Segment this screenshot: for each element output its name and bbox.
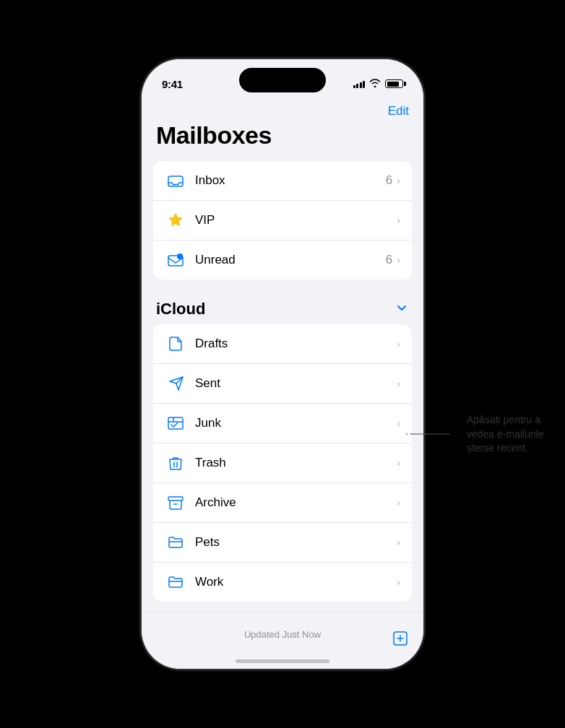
unread-label: Unread bbox=[195, 253, 386, 267]
vip-icon bbox=[165, 209, 186, 231]
status-time: 9:41 bbox=[162, 78, 183, 90]
icloud-collapse-icon[interactable] bbox=[394, 300, 409, 318]
signal-bar-1 bbox=[353, 85, 355, 88]
dynamic-island bbox=[239, 68, 326, 92]
pets-label: Pets bbox=[195, 535, 397, 550]
trash-annotation-container: Apăsați pentru a vedea e-mailurile șters… bbox=[406, 413, 565, 456]
signal-bar-4 bbox=[363, 81, 365, 88]
icloud-title: iCloud bbox=[156, 300, 205, 318]
svg-point-13 bbox=[407, 433, 411, 435]
signal-bars-icon bbox=[353, 79, 366, 88]
archive-label: Archive bbox=[195, 495, 397, 510]
smart-mailboxes-section: Inbox 6 › VIP › bbox=[153, 161, 412, 280]
edit-button[interactable]: Edit bbox=[388, 104, 409, 118]
unread-icon bbox=[165, 249, 186, 271]
sent-item[interactable]: Sent › bbox=[153, 364, 412, 404]
trash-annotation-text: Apăsați pentru a vedea e-mailurile șters… bbox=[467, 413, 565, 456]
sent-label: Sent bbox=[195, 376, 397, 391]
home-indicator bbox=[236, 659, 329, 663]
phone-wrapper: 9:41 bbox=[142, 59, 423, 669]
junk-label: Junk bbox=[195, 416, 397, 430]
pets-folder-icon bbox=[165, 532, 186, 553]
trash-item[interactable]: Trash › bbox=[153, 443, 412, 483]
icloud-section-header[interactable]: iCloud bbox=[142, 294, 423, 324]
work-chevron-icon: › bbox=[397, 576, 400, 588]
sent-icon bbox=[165, 373, 186, 394]
compose-button[interactable] bbox=[392, 630, 409, 651]
work-label: Work bbox=[195, 575, 397, 589]
trash-icon bbox=[165, 452, 186, 474]
header: Edit bbox=[142, 98, 423, 121]
vip-item[interactable]: VIP › bbox=[153, 201, 412, 240]
phone-frame: 9:41 bbox=[142, 59, 423, 669]
archive-icon bbox=[165, 492, 186, 514]
page-title: Mailboxes bbox=[142, 121, 423, 161]
battery-fill bbox=[387, 82, 399, 87]
signal-bar-3 bbox=[360, 82, 362, 88]
work-item[interactable]: Work › bbox=[153, 563, 412, 602]
svg-rect-3 bbox=[168, 417, 183, 429]
archive-chevron-icon: › bbox=[397, 497, 400, 508]
battery-icon bbox=[385, 79, 403, 88]
annotation-line-svg bbox=[406, 433, 464, 435]
work-folder-icon bbox=[165, 571, 186, 593]
updated-text: Updated Just Now bbox=[142, 629, 423, 640]
inbox-badge: 6 bbox=[386, 173, 392, 188]
drafts-item[interactable]: Drafts › bbox=[153, 324, 412, 364]
content-area: Edit Mailboxes Inbox 6 › bbox=[142, 98, 423, 644]
inbox-label: Inbox bbox=[195, 173, 386, 188]
wifi-icon bbox=[369, 78, 381, 90]
archive-item[interactable]: Archive › bbox=[153, 483, 412, 523]
pets-item[interactable]: Pets › bbox=[153, 523, 412, 563]
drafts-icon bbox=[165, 333, 186, 355]
inbox-chevron-icon: › bbox=[397, 175, 400, 186]
sent-chevron-icon: › bbox=[397, 378, 400, 389]
trash-label: Trash bbox=[195, 456, 397, 470]
drafts-label: Drafts bbox=[195, 337, 397, 351]
vip-label: VIP bbox=[195, 213, 397, 228]
icloud-mailboxes-section: Drafts › Sent › bbox=[153, 324, 412, 602]
inbox-item[interactable]: Inbox 6 › bbox=[153, 161, 412, 201]
junk-item[interactable]: Junk › bbox=[153, 404, 412, 443]
status-bar: 9:41 bbox=[142, 59, 423, 98]
status-icons bbox=[353, 78, 404, 90]
unread-chevron-icon: › bbox=[397, 254, 400, 266]
junk-chevron-icon: › bbox=[397, 417, 400, 429]
unread-badge: 6 bbox=[386, 253, 392, 267]
inbox-icon bbox=[165, 170, 186, 191]
svg-point-2 bbox=[177, 254, 183, 259]
svg-rect-8 bbox=[168, 497, 183, 500]
signal-bar-2 bbox=[356, 84, 358, 88]
drafts-chevron-icon: › bbox=[397, 338, 400, 350]
unread-item[interactable]: Unread 6 › bbox=[153, 240, 412, 280]
pets-chevron-icon: › bbox=[397, 537, 400, 548]
trash-chevron-icon: › bbox=[397, 457, 400, 469]
vip-chevron-icon: › bbox=[397, 214, 400, 226]
junk-icon bbox=[165, 412, 186, 434]
